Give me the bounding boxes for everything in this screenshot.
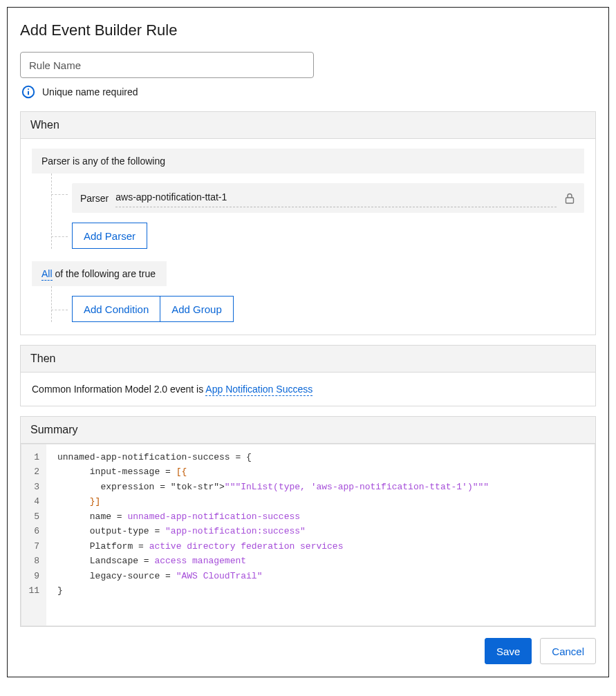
summary-header: Summary	[21, 417, 595, 444]
lock-icon	[563, 192, 576, 205]
svg-rect-3	[566, 198, 574, 203]
all-suffix: of the following are true	[53, 268, 156, 279]
add-parser-button[interactable]: Add Parser	[72, 223, 147, 249]
info-icon	[21, 85, 35, 99]
save-button[interactable]: Save	[485, 638, 532, 664]
hint-text: Unique name required	[42, 86, 138, 97]
cancel-button[interactable]: Cancel	[540, 638, 596, 664]
svg-rect-1	[28, 91, 29, 95]
hint-row: Unique name required	[21, 85, 596, 99]
then-prefix: Common Information Model 2.0 event is	[32, 384, 205, 395]
cim-event-link[interactable]: App Notification Success	[205, 384, 312, 396]
add-condition-button[interactable]: Add Condition	[72, 296, 160, 322]
then-header: Then	[21, 346, 595, 373]
all-toggle[interactable]: All	[41, 268, 53, 281]
parser-label: Parser	[80, 193, 109, 204]
summary-panel: Summary 12345678911 unnamed-app-notifica…	[20, 416, 596, 627]
parser-group-label: Parser is any of the following	[32, 149, 584, 173]
parser-value[interactable]: aws-app-notification-ttat-1	[115, 189, 557, 207]
parser-tree: Parser aws-app-notification-ttat-1 Add P…	[51, 173, 584, 249]
add-event-builder-rule-dialog: Add Event Builder Rule Unique name requi…	[7, 7, 609, 677]
add-group-button[interactable]: Add Group	[160, 296, 234, 322]
when-panel: When Parser is any of the following Pars…	[20, 111, 596, 335]
conditions-tree: Add ConditionAdd Group	[51, 286, 584, 322]
code-area: 12345678911 unnamed-app-notification-suc…	[21, 444, 595, 626]
parser-row: Parser aws-app-notification-ttat-1	[72, 183, 584, 213]
code-gutter: 12345678911	[21, 444, 46, 626]
rule-name-input[interactable]	[20, 52, 314, 78]
then-panel: Then Common Information Model 2.0 event …	[20, 345, 596, 406]
footer-actions: Save Cancel	[20, 638, 596, 664]
when-header: When	[21, 112, 595, 139]
svg-rect-2	[28, 88, 29, 90]
all-of-following-row: All of the following are true	[32, 261, 167, 286]
code-content: unnamed-app-notification-success = { inp…	[46, 444, 497, 626]
page-title: Add Event Builder Rule	[20, 21, 596, 39]
